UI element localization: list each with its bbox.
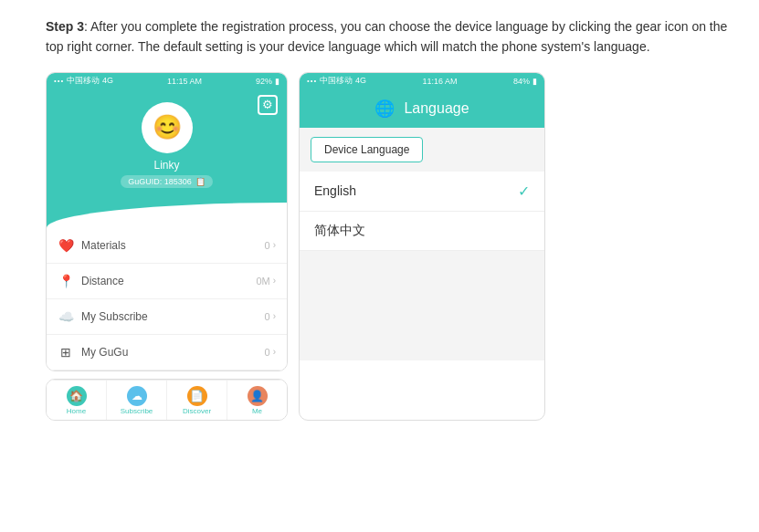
language-header-title: Language xyxy=(404,100,469,117)
distance-label: Distance xyxy=(81,275,124,287)
phone-header: ⚙ 😊 Linky GuGUID: 185306 📋 xyxy=(47,89,287,203)
language-empty-space xyxy=(300,251,544,360)
step-description: Step 3: After you complete the registrat… xyxy=(46,16,732,57)
discover-nav-label: Discover xyxy=(183,407,211,415)
me-nav-label: Me xyxy=(252,407,262,415)
gugu-label: My GuGu xyxy=(81,346,128,359)
menu-item-distance[interactable]: 📍 Distance 0M › xyxy=(47,264,287,299)
avatar-emoji: 😊 xyxy=(153,113,182,141)
avatar-id-label: GuGUID: 185306 xyxy=(128,177,192,186)
nav-home[interactable]: 🏠 Home xyxy=(47,381,107,421)
nav-subscribe[interactable]: ☁ Subscribe xyxy=(107,381,167,421)
battery-icon: ▮ xyxy=(532,77,537,86)
materials-label: Materials xyxy=(81,239,126,252)
avatar-name: Linky xyxy=(153,159,179,172)
menu-list: ❤️ Materials 0 › 📍 Distance 0M xyxy=(47,228,287,370)
menu-item-gugu[interactable]: ⊞ My GuGu 0 › xyxy=(47,335,287,370)
subscribe-icon: ☁️ xyxy=(58,308,74,325)
carrier-label: 中国移动 4G xyxy=(67,75,113,87)
battery-label: 92% xyxy=(256,77,272,86)
avatar: 😊 xyxy=(142,102,193,153)
left-phone-column: ••• 中国移动 4G 11:15 AM 92% ▮ ⚙ 😊 Linky GuG… xyxy=(46,72,288,421)
chevron-icon: › xyxy=(273,311,276,321)
language-body: Device Language English ✓ 简体中文 xyxy=(300,128,544,360)
avatar-id: GuGUID: 185306 📋 xyxy=(121,175,213,188)
copy-icon: 📋 xyxy=(195,177,206,186)
language-list: English ✓ 简体中文 xyxy=(300,172,544,251)
bottom-nav-bar: 🏠 Home ☁ Subscribe 📄 Discover 👤 Me xyxy=(47,380,287,421)
menu-item-subscribe[interactable]: ☁️ My Subscribe 0 › xyxy=(47,299,287,335)
language-item-chinese[interactable]: 简体中文 xyxy=(300,212,544,251)
signal-dots: ••• xyxy=(307,77,317,85)
right-statusbar: ••• 中国移动 4G 11:16 AM 84% ▮ xyxy=(300,73,544,89)
nav-me[interactable]: 👤 Me xyxy=(227,381,287,421)
battery-label: 84% xyxy=(513,77,530,86)
step-label: Step 3 xyxy=(46,19,84,34)
me-nav-icon: 👤 xyxy=(248,386,268,406)
carrier-label: 中国移动 4G xyxy=(320,75,366,87)
chevron-icon: › xyxy=(273,240,276,250)
partial-bottom-nav-screenshot: 🏠 Home ☁ Subscribe 📄 Discover 👤 Me xyxy=(46,379,288,421)
checkmark-icon: ✓ xyxy=(518,183,530,200)
left-phone-screen: ••• 中国移动 4G 11:15 AM 92% ▮ ⚙ 😊 Linky GuG… xyxy=(46,72,288,371)
menu-item-materials[interactable]: ❤️ Materials 0 › xyxy=(47,228,287,264)
gugu-badge: 0 xyxy=(265,347,270,358)
subscribe-label: My Subscribe xyxy=(81,310,148,323)
gugu-icon: ⊞ xyxy=(58,344,74,360)
language-item-english[interactable]: English ✓ xyxy=(300,172,544,212)
subscribe-nav-icon: ☁ xyxy=(127,386,147,406)
distance-badge: 0M xyxy=(256,276,269,287)
chevron-icon: › xyxy=(273,276,276,286)
home-nav-icon: 🏠 xyxy=(67,386,87,406)
discover-nav-icon: 📄 xyxy=(187,386,207,406)
time-label: 11:16 AM xyxy=(422,77,457,86)
battery-icon: ▮ xyxy=(275,77,279,86)
subscribe-badge: 0 xyxy=(265,311,270,322)
cloud-wave-divider xyxy=(47,203,287,228)
screenshots-row: ••• 中国移动 4G 11:15 AM 92% ▮ ⚙ 😊 Linky GuG… xyxy=(46,72,732,421)
left-statusbar: ••• 中国移动 4G 11:15 AM 92% ▮ xyxy=(47,73,287,89)
materials-badge: 0 xyxy=(265,240,270,251)
nav-discover[interactable]: 📄 Discover xyxy=(167,381,227,421)
language-header: 🌐 Language xyxy=(300,89,544,128)
home-nav-label: Home xyxy=(67,407,86,415)
distance-icon: 📍 xyxy=(58,273,74,289)
gear-button[interactable]: ⚙ xyxy=(258,95,278,115)
chevron-icon: › xyxy=(273,347,276,357)
language-header-icon: 🌐 xyxy=(374,99,395,119)
signal-dots: ••• xyxy=(54,77,64,85)
materials-icon: ❤️ xyxy=(58,237,74,254)
right-phone-screen: ••• 中国移动 4G 11:16 AM 84% ▮ 🌐 Language De… xyxy=(299,72,545,421)
subscribe-nav-label: Subscribe xyxy=(121,407,153,415)
device-language-button[interactable]: Device Language xyxy=(311,137,423,162)
english-label: English xyxy=(314,183,356,198)
time-label: 11:15 AM xyxy=(167,77,202,86)
chinese-label: 简体中文 xyxy=(314,223,365,239)
